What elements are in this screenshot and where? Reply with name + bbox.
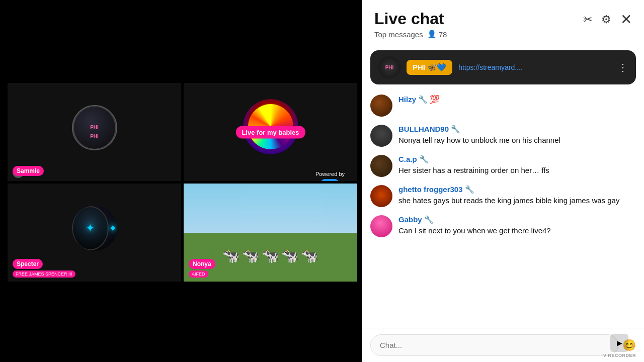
recorder-label: V RECORDER bbox=[603, 353, 636, 358]
msg-text-gabby: Can I sit next to you when we get there … bbox=[398, 225, 636, 236]
video-cell-tl: PHI Sammie ✏ bbox=[8, 83, 181, 181]
pinned-link[interactable]: https://streamyard.... bbox=[458, 63, 612, 71]
msg-text-bullhand: Nonya tell ray how to unblock me on his … bbox=[398, 135, 636, 145]
phi-avatar: PHI bbox=[72, 105, 117, 150]
cow-1: 🐄 bbox=[222, 247, 240, 264]
close-icon[interactable]: ✕ bbox=[620, 11, 632, 28]
msg-author-hilzy: Hilzy 🔧 💯 bbox=[398, 95, 440, 104]
phi-channel-name[interactable]: PHI 🦋💙 bbox=[407, 60, 452, 75]
pinned-avatar: PHI bbox=[378, 56, 400, 78]
v-recorder: ▶ V RECORDER bbox=[603, 334, 636, 358]
name-tag-sammie: Sammie bbox=[13, 166, 44, 176]
chat-subtitle: Top messages 👤 78 bbox=[374, 30, 632, 39]
cow-4: 🐄 bbox=[281, 247, 299, 264]
chat-message-2: BULLHAND90 🔧 Nonya tell ray how to unblo… bbox=[370, 125, 636, 147]
msg-author-bullhand: BULLHAND90 🔧 bbox=[398, 125, 636, 134]
top-messages-label: Top messages bbox=[374, 30, 423, 39]
cow-2: 🐄 bbox=[242, 247, 260, 264]
streamyard-logo bbox=[321, 179, 339, 181]
chat-message-4: ghetto frogger303 🔧 she hates gays but r… bbox=[370, 185, 636, 207]
chat-panel: Live chat Top messages 👤 78 ✂ ⚙ ✕ PHI PH… bbox=[362, 0, 644, 362]
chat-message-3: C.a.p 🔧 Her sister has a restraining ord… bbox=[370, 155, 636, 177]
viewer-icon: 👤 bbox=[427, 30, 437, 39]
chat-tools: ✂ ⚙ ✕ bbox=[583, 11, 632, 28]
msg-author-cap: C.a.p 🔧 bbox=[398, 155, 636, 164]
streamyard-badge: Powered by StreamYard bbox=[315, 171, 345, 181]
name-tag-nonya: Nonya bbox=[189, 259, 215, 269]
specter-avatar: ✦ bbox=[72, 206, 117, 251]
chat-message-5: Gabby 🔧 Can I sit next to you when we ge… bbox=[370, 215, 636, 237]
msg-content-3: C.a.p 🔧 Her sister has a restraining ord… bbox=[398, 155, 636, 175]
cow-5: 🐄 bbox=[301, 247, 318, 264]
msg-author-ghetto: ghetto frogger303 🔧 bbox=[398, 185, 636, 194]
msg-text-ghetto: she hates gays but reads the king james … bbox=[398, 195, 636, 206]
scissors-icon[interactable]: ✂ bbox=[583, 13, 592, 26]
chat-messages: Hilzy 🔧 💯 BULLHAND90 🔧 Nonya tell ray ho… bbox=[362, 90, 644, 328]
avatar-gabby bbox=[370, 215, 392, 237]
viewer-count: 👤 78 bbox=[427, 30, 447, 39]
recorder-play-icon[interactable]: ▶ bbox=[610, 334, 628, 352]
video-grid: PHI Sammie ✏ Live for my babies Powered … bbox=[0, 0, 362, 362]
name-tag-specter: Specter bbox=[13, 259, 43, 269]
live-badge: Live for my babies bbox=[235, 126, 305, 138]
pinned-more-button[interactable]: ⋮ bbox=[618, 61, 628, 73]
chat-input-area: 😊 ▶ V RECORDER bbox=[362, 328, 644, 362]
sub-tag-specter: FREE JAMES SPENCER III bbox=[13, 270, 75, 278]
msg-content-5: Gabby 🔧 Can I sit next to you when we ge… bbox=[398, 215, 636, 236]
viewer-number: 78 bbox=[439, 30, 447, 39]
video-cell-bl: ✦ Specter FREE JAMES SPENCER III bbox=[8, 184, 181, 282]
avatar-hilzy bbox=[370, 95, 392, 117]
pinned-message: PHI PHI 🦋💙 https://streamyard.... ⋮ bbox=[370, 50, 636, 84]
chat-message-1: Hilzy 🔧 💯 bbox=[370, 95, 636, 117]
chat-header: Live chat Top messages 👤 78 ✂ ⚙ ✕ bbox=[362, 0, 644, 44]
msg-content-2: BULLHAND90 🔧 Nonya tell ray how to unblo… bbox=[398, 125, 636, 145]
avatar-bullhand bbox=[370, 125, 392, 147]
msg-author-gabby: Gabby 🔧 bbox=[398, 215, 636, 224]
chat-input[interactable] bbox=[370, 334, 618, 356]
avatar-cap bbox=[370, 155, 392, 177]
msg-content-4: ghetto frogger303 🔧 she hates gays but r… bbox=[398, 185, 636, 206]
msg-text-cap: Her sister has a restraining order on he… bbox=[398, 165, 636, 175]
cow-3: 🐄 bbox=[262, 247, 279, 264]
avatar-ghetto bbox=[370, 185, 392, 207]
msg-content-1: Hilzy 🔧 💯 bbox=[398, 95, 636, 104]
sliders-icon[interactable]: ⚙ bbox=[601, 13, 611, 26]
video-cell-tr: Live for my babies Powered by StreamYard bbox=[184, 83, 357, 181]
sub-tag-nonya: AIFED bbox=[189, 270, 208, 278]
video-cell-br: 🐄 🐄 🐄 🐄 🐄 Nonya AIFED bbox=[184, 184, 357, 282]
